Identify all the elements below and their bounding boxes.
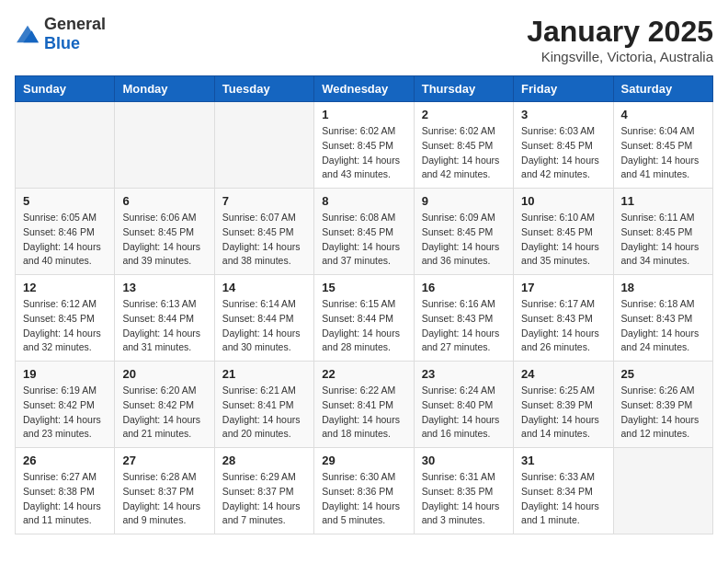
day-info: Sunrise: 6:15 AMSunset: 8:44 PMDaylight:… [322,297,405,355]
calendar-body: 1Sunrise: 6:02 AMSunset: 8:45 PMDaylight… [16,102,713,534]
logo-text: General Blue [44,15,106,53]
weekday-header: Wednesday [314,76,414,102]
day-number: 11 [621,194,705,208]
calendar-title: January 2025 [527,15,713,49]
day-number: 24 [521,367,605,381]
day-info: Sunrise: 6:08 AMSunset: 8:45 PMDaylight:… [322,211,405,269]
day-number: 13 [122,281,206,294]
calendar-cell [613,448,712,534]
day-number: 21 [222,367,306,381]
day-number: 23 [422,367,506,381]
calendar-week-row: 5Sunrise: 6:05 AMSunset: 8:46 PMDaylight… [16,189,713,275]
calendar-cell: 31Sunrise: 6:33 AMSunset: 8:34 PMDayligh… [514,448,613,534]
day-info: Sunrise: 6:13 AMSunset: 8:44 PMDaylight:… [122,297,206,355]
day-info: Sunrise: 6:05 AMSunset: 8:46 PMDaylight:… [23,211,107,269]
calendar-cell: 15Sunrise: 6:15 AMSunset: 8:44 PMDayligh… [314,275,414,362]
calendar-week-row: 12Sunrise: 6:12 AMSunset: 8:45 PMDayligh… [16,275,713,362]
calendar-subtitle: Kingsville, Victoria, Australia [527,49,713,64]
day-number: 14 [222,281,306,294]
calendar-cell: 6Sunrise: 6:06 AMSunset: 8:45 PMDaylight… [115,189,214,275]
calendar-cell: 9Sunrise: 6:09 AMSunset: 8:45 PMDaylight… [414,189,513,275]
calendar-week-row: 1Sunrise: 6:02 AMSunset: 8:45 PMDaylight… [16,102,713,189]
day-info: Sunrise: 6:16 AMSunset: 8:43 PMDaylight:… [422,297,506,355]
calendar-header: SundayMondayTuesdayWednesdayThursdayFrid… [16,76,713,102]
day-info: Sunrise: 6:14 AMSunset: 8:44 PMDaylight:… [222,297,306,355]
day-info: Sunrise: 6:02 AMSunset: 8:45 PMDaylight:… [322,124,405,182]
day-number: 2 [422,108,506,121]
calendar-cell: 26Sunrise: 6:27 AMSunset: 8:38 PMDayligh… [16,448,115,534]
calendar-cell [214,102,313,189]
day-number: 3 [521,108,605,121]
calendar-cell: 25Sunrise: 6:26 AMSunset: 8:39 PMDayligh… [613,362,712,448]
day-number: 17 [521,281,605,294]
day-number: 16 [422,281,506,294]
weekday-header: Monday [115,76,214,102]
day-info: Sunrise: 6:03 AMSunset: 8:45 PMDaylight:… [521,124,605,182]
calendar-cell: 7Sunrise: 6:07 AMSunset: 8:45 PMDaylight… [214,189,313,275]
day-info: Sunrise: 6:09 AMSunset: 8:45 PMDaylight:… [422,211,506,269]
calendar-cell: 4Sunrise: 6:04 AMSunset: 8:45 PMDaylight… [613,102,712,189]
day-number: 10 [521,194,605,208]
day-number: 31 [521,454,605,467]
logo-blue: Blue [44,34,80,52]
day-info: Sunrise: 6:18 AMSunset: 8:43 PMDaylight:… [621,297,705,355]
logo-general: General [44,15,106,33]
calendar-cell: 24Sunrise: 6:25 AMSunset: 8:39 PMDayligh… [514,362,613,448]
calendar-cell: 28Sunrise: 6:29 AMSunset: 8:37 PMDayligh… [214,448,313,534]
calendar-cell: 11Sunrise: 6:11 AMSunset: 8:45 PMDayligh… [613,189,712,275]
day-number: 1 [322,108,405,121]
day-info: Sunrise: 6:29 AMSunset: 8:37 PMDaylight:… [222,470,306,528]
calendar-cell: 16Sunrise: 6:16 AMSunset: 8:43 PMDayligh… [414,275,513,362]
calendar-cell: 21Sunrise: 6:21 AMSunset: 8:41 PMDayligh… [214,362,313,448]
day-number: 8 [322,194,405,208]
day-info: Sunrise: 6:19 AMSunset: 8:42 PMDaylight:… [23,384,107,442]
day-info: Sunrise: 6:20 AMSunset: 8:42 PMDaylight:… [122,384,206,442]
day-info: Sunrise: 6:30 AMSunset: 8:36 PMDaylight:… [322,470,405,528]
calendar-cell: 10Sunrise: 6:10 AMSunset: 8:45 PMDayligh… [514,189,613,275]
calendar-cell: 30Sunrise: 6:31 AMSunset: 8:35 PMDayligh… [414,448,513,534]
calendar-cell [115,102,214,189]
weekday-header: Thursday [414,76,513,102]
day-number: 22 [322,367,405,381]
calendar-cell: 22Sunrise: 6:22 AMSunset: 8:41 PMDayligh… [314,362,414,448]
day-number: 7 [222,194,306,208]
day-number: 4 [621,108,705,121]
day-number: 27 [122,454,206,467]
day-number: 29 [322,454,405,467]
day-number: 25 [621,367,705,381]
day-info: Sunrise: 6:04 AMSunset: 8:45 PMDaylight:… [621,124,705,182]
day-info: Sunrise: 6:25 AMSunset: 8:39 PMDaylight:… [521,384,605,442]
weekday-row: SundayMondayTuesdayWednesdayThursdayFrid… [16,76,713,102]
calendar-cell: 2Sunrise: 6:02 AMSunset: 8:45 PMDaylight… [414,102,513,189]
calendar-cell: 20Sunrise: 6:20 AMSunset: 8:42 PMDayligh… [115,362,214,448]
day-number: 5 [23,194,107,208]
logo: General Blue [15,15,106,53]
calendar-cell [16,102,115,189]
day-info: Sunrise: 6:22 AMSunset: 8:41 PMDaylight:… [322,384,405,442]
page-header: General Blue January 2025 Kingsville, Vi… [15,15,713,64]
day-info: Sunrise: 6:17 AMSunset: 8:43 PMDaylight:… [521,297,605,355]
calendar-cell: 5Sunrise: 6:05 AMSunset: 8:46 PMDaylight… [16,189,115,275]
calendar-cell: 14Sunrise: 6:14 AMSunset: 8:44 PMDayligh… [214,275,313,362]
day-number: 6 [122,194,206,208]
day-number: 12 [23,281,107,294]
day-info: Sunrise: 6:10 AMSunset: 8:45 PMDaylight:… [521,211,605,269]
calendar-cell: 18Sunrise: 6:18 AMSunset: 8:43 PMDayligh… [613,275,712,362]
day-info: Sunrise: 6:02 AMSunset: 8:45 PMDaylight:… [422,124,506,182]
day-info: Sunrise: 6:21 AMSunset: 8:41 PMDaylight:… [222,384,306,442]
day-info: Sunrise: 6:07 AMSunset: 8:45 PMDaylight:… [222,211,306,269]
day-info: Sunrise: 6:11 AMSunset: 8:45 PMDaylight:… [621,211,705,269]
title-block: January 2025 Kingsville, Victoria, Austr… [527,15,713,64]
calendar-cell: 1Sunrise: 6:02 AMSunset: 8:45 PMDaylight… [314,102,414,189]
day-number: 9 [422,194,506,208]
day-number: 30 [422,454,506,467]
day-info: Sunrise: 6:33 AMSunset: 8:34 PMDaylight:… [521,470,605,528]
day-info: Sunrise: 6:28 AMSunset: 8:37 PMDaylight:… [122,470,206,528]
day-number: 15 [322,281,405,294]
weekday-header: Sunday [16,76,115,102]
calendar-cell: 3Sunrise: 6:03 AMSunset: 8:45 PMDaylight… [514,102,613,189]
calendar-cell: 23Sunrise: 6:24 AMSunset: 8:40 PMDayligh… [414,362,513,448]
day-info: Sunrise: 6:26 AMSunset: 8:39 PMDaylight:… [621,384,705,442]
day-info: Sunrise: 6:24 AMSunset: 8:40 PMDaylight:… [422,384,506,442]
calendar-week-row: 19Sunrise: 6:19 AMSunset: 8:42 PMDayligh… [16,362,713,448]
